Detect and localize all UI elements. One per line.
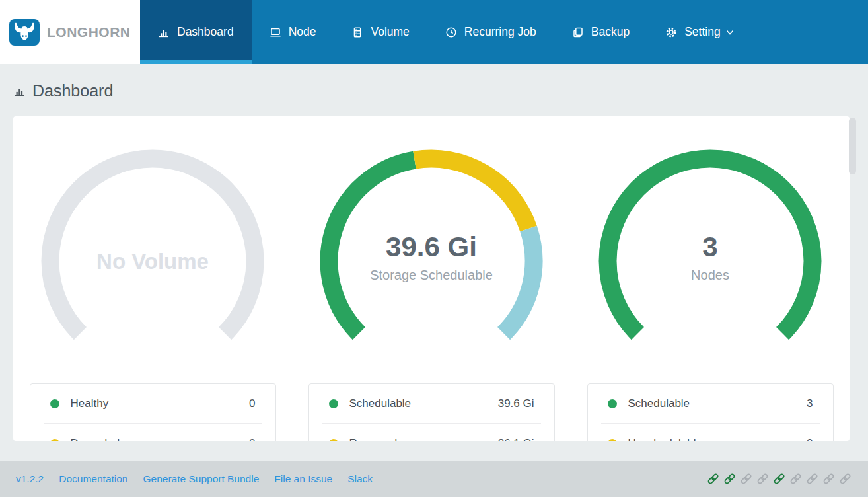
gauge-empty-text: No Volume <box>27 249 278 274</box>
logo[interactable]: LONGHORN <box>0 0 140 64</box>
gauge-segment <box>415 159 528 229</box>
legend-label: Degraded <box>71 437 120 441</box>
gauge-value: 3 <box>585 232 836 262</box>
version-link[interactable]: v1.2.2 <box>16 473 44 485</box>
legend-label: Reserved <box>349 437 398 441</box>
nav-item-volume[interactable]: Volume <box>334 0 427 64</box>
legend-row: Degraded 0 <box>30 424 275 441</box>
footer: v1.2.2 DocumentationGenerate Support Bun… <box>0 461 868 497</box>
gauge-chart: No Volume <box>27 135 278 360</box>
node-link-status-icons <box>706 472 852 486</box>
gauge-label: Nodes <box>585 268 836 283</box>
legend-value: 39.6 Gi <box>498 397 534 410</box>
legend-dot-icon <box>608 439 617 441</box>
gauge-column: 3Nodes Schedulable 3 Unschedulable 0 <box>571 116 850 441</box>
gauge-value: 39.6 Gi <box>306 232 557 262</box>
legend-label: Unschedulable <box>628 437 702 441</box>
bar-chart-icon <box>158 26 170 38</box>
link-icon-active <box>706 472 720 486</box>
link-icon-active <box>723 472 737 486</box>
link-icon-inactive <box>756 472 770 486</box>
gear-icon <box>665 26 677 38</box>
legend-value: 3 <box>807 397 813 410</box>
volume-icon <box>351 26 363 38</box>
gauge-column: 39.6 GiStorage Schedulable Schedulable 3… <box>292 116 571 441</box>
legend-card: Healthy 0 Degraded 0 <box>30 383 276 441</box>
logo-text: LONGHORN <box>47 24 131 40</box>
legend-card: Schedulable 3 Unschedulable 0 <box>587 383 834 441</box>
link-icon-inactive <box>739 472 753 486</box>
legend-dot-icon <box>50 439 59 441</box>
bar-chart-icon <box>13 85 26 97</box>
link-icon-active <box>772 472 786 486</box>
nav-item-label: Volume <box>371 25 409 39</box>
legend-label: Schedulable <box>628 397 690 410</box>
nav-item-label: Node <box>289 25 316 39</box>
legend-label: Healthy <box>71 397 109 410</box>
bull-logo-icon <box>9 19 40 46</box>
nav-item-dashboard[interactable]: Dashboard <box>140 0 252 64</box>
link-icon-inactive <box>838 472 852 486</box>
footer-link-generate-support-bundle[interactable]: Generate Support Bundle <box>143 473 260 485</box>
backup-icon <box>572 26 584 38</box>
link-icon-inactive <box>822 472 836 486</box>
footer-link-file-an-issue[interactable]: File an Issue <box>274 473 332 485</box>
legend-label: Schedulable <box>349 397 412 410</box>
nav-item-label: Dashboard <box>177 25 234 39</box>
nav-menu: Dashboard Node Volume Recurring Job Back… <box>140 0 752 64</box>
gauge-chart: 3Nodes <box>585 135 836 360</box>
top-nav: LONGHORN Dashboard Node Volume Recurring… <box>0 0 868 64</box>
legend-row: Healthy 0 <box>30 384 275 423</box>
legend-row: Reserved 26.1 Gi <box>309 424 554 441</box>
nav-item-recurring-job[interactable]: Recurring Job <box>427 0 554 64</box>
scrollbar-thumb[interactable] <box>849 118 856 174</box>
legend-card: Schedulable 39.6 Gi Reserved 26.1 Gi <box>308 383 555 441</box>
gauge-segment <box>50 159 255 334</box>
page-title: Dashboard <box>13 81 855 100</box>
gauge-column: No Volume Healthy 0 Degraded 0 <box>13 116 292 441</box>
footer-link-documentation[interactable]: Documentation <box>59 473 127 485</box>
nav-item-node[interactable]: Node <box>252 0 334 64</box>
legend-dot-icon <box>329 439 338 441</box>
chevron-down-icon <box>728 28 735 37</box>
nav-item-label: Setting <box>684 25 720 39</box>
legend-value: 26.1 Gi <box>498 437 534 441</box>
node-icon <box>270 26 281 38</box>
legend-value: 0 <box>249 437 255 441</box>
clock-icon <box>445 26 457 38</box>
dashboard-card: No Volume Healthy 0 Degraded 0 39.6 GiSt… <box>13 116 850 441</box>
footer-link-slack[interactable]: Slack <box>347 473 373 485</box>
nav-item-setting[interactable]: Setting <box>647 0 752 64</box>
nav-item-backup[interactable]: Backup <box>554 0 647 64</box>
legend-value: 0 <box>249 397 255 410</box>
link-icon-inactive <box>805 472 819 486</box>
page-title-text: Dashboard <box>32 81 113 100</box>
legend-dot-icon <box>329 399 338 408</box>
nav-item-label: Recurring Job <box>464 25 536 39</box>
nav-item-label: Backup <box>591 25 630 39</box>
gauge-chart: 39.6 GiStorage Schedulable <box>306 135 557 360</box>
legend-row: Schedulable 3 <box>588 384 833 423</box>
legend-dot-icon <box>50 399 59 408</box>
legend-row: Schedulable 39.6 Gi <box>309 384 554 423</box>
link-icon-inactive <box>789 472 803 486</box>
legend-value: 0 <box>807 437 813 441</box>
legend-row: Unschedulable 0 <box>588 424 833 441</box>
legend-dot-icon <box>608 399 617 408</box>
gauge-label: Storage Schedulable <box>306 268 557 283</box>
